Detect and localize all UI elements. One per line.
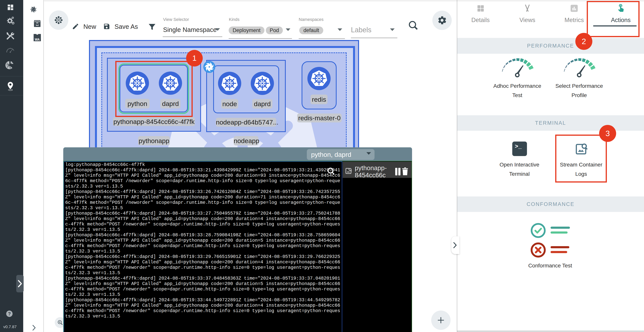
svg-text:WA: WA — [35, 38, 40, 41]
